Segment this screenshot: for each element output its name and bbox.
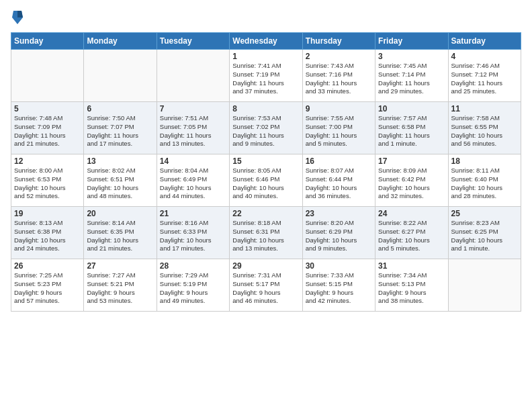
calendar-cell — [84, 50, 157, 102]
day-number: 28 — [160, 261, 226, 271]
calendar-cell: 27Sunrise: 7:27 AM Sunset: 5:21 PM Dayli… — [84, 259, 157, 312]
day-info: Sunrise: 7:58 AM Sunset: 6:55 PM Dayligh… — [451, 114, 518, 148]
calendar-cell: 16Sunrise: 8:07 AM Sunset: 6:44 PM Dayli… — [302, 154, 375, 207]
calendar-cell: 25Sunrise: 8:23 AM Sunset: 6:25 PM Dayli… — [448, 207, 521, 259]
calendar-table: SundayMondayTuesdayWednesdayThursdayFrid… — [11, 32, 521, 312]
day-info: Sunrise: 8:11 AM Sunset: 6:40 PM Dayligh… — [451, 167, 518, 201]
calendar-cell: 5Sunrise: 7:48 AM Sunset: 7:09 PM Daylig… — [11, 102, 84, 154]
calendar-cell: 17Sunrise: 8:09 AM Sunset: 6:42 PM Dayli… — [375, 154, 448, 207]
day-number: 22 — [232, 209, 299, 218]
day-number: 19 — [14, 209, 81, 218]
calendar-cell: 13Sunrise: 8:02 AM Sunset: 6:51 PM Dayli… — [84, 154, 157, 207]
day-header: Friday — [375, 33, 448, 50]
day-info: Sunrise: 7:57 AM Sunset: 6:58 PM Dayligh… — [378, 114, 445, 148]
day-number: 5 — [14, 104, 81, 113]
calendar-week-row: 26Sunrise: 7:25 AM Sunset: 5:23 PM Dayli… — [11, 259, 521, 312]
day-number: 30 — [306, 261, 372, 271]
calendar-cell: 14Sunrise: 8:04 AM Sunset: 6:49 PM Dayli… — [157, 154, 229, 207]
day-number: 25 — [451, 209, 518, 218]
day-header: Sunday — [11, 33, 84, 50]
day-info: Sunrise: 8:09 AM Sunset: 6:42 PM Dayligh… — [378, 167, 445, 201]
day-number: 29 — [232, 261, 299, 271]
logo-icon — [11, 8, 24, 27]
day-info: Sunrise: 7:46 AM Sunset: 7:12 PM Dayligh… — [451, 62, 518, 96]
day-info: Sunrise: 8:07 AM Sunset: 6:44 PM Dayligh… — [306, 167, 372, 201]
calendar-cell: 15Sunrise: 8:05 AM Sunset: 6:46 PM Dayli… — [230, 154, 302, 207]
calendar-cell: 28Sunrise: 7:29 AM Sunset: 5:19 PM Dayli… — [157, 259, 229, 312]
calendar-cell: 24Sunrise: 8:22 AM Sunset: 6:27 PM Dayli… — [375, 207, 448, 259]
calendar-cell: 21Sunrise: 8:16 AM Sunset: 6:33 PM Dayli… — [157, 207, 229, 259]
day-info: Sunrise: 7:51 AM Sunset: 7:05 PM Dayligh… — [160, 114, 226, 148]
day-info: Sunrise: 7:41 AM Sunset: 7:19 PM Dayligh… — [232, 62, 299, 96]
calendar-cell: 8Sunrise: 7:53 AM Sunset: 7:02 PM Daylig… — [230, 102, 302, 154]
day-info: Sunrise: 7:50 AM Sunset: 7:07 PM Dayligh… — [87, 114, 153, 148]
day-info: Sunrise: 8:00 AM Sunset: 6:53 PM Dayligh… — [14, 167, 81, 201]
calendar-cell: 11Sunrise: 7:58 AM Sunset: 6:55 PM Dayli… — [448, 102, 521, 154]
calendar-cell: 19Sunrise: 8:13 AM Sunset: 6:38 PM Dayli… — [11, 207, 84, 259]
calendar-page: SundayMondayTuesdayWednesdayThursdayFrid… — [0, 0, 532, 411]
day-info: Sunrise: 7:33 AM Sunset: 5:15 PM Dayligh… — [306, 271, 372, 306]
svg-marker-1 — [17, 11, 23, 17]
calendar-cell: 18Sunrise: 8:11 AM Sunset: 6:40 PM Dayli… — [448, 154, 521, 207]
day-info: Sunrise: 8:04 AM Sunset: 6:49 PM Dayligh… — [160, 167, 226, 201]
calendar-cell: 29Sunrise: 7:31 AM Sunset: 5:17 PM Dayli… — [230, 259, 302, 312]
calendar-week-row: 1Sunrise: 7:41 AM Sunset: 7:19 PM Daylig… — [11, 50, 521, 102]
day-info: Sunrise: 8:22 AM Sunset: 6:27 PM Dayligh… — [378, 219, 445, 253]
calendar-cell: 7Sunrise: 7:51 AM Sunset: 7:05 PM Daylig… — [157, 102, 229, 154]
day-number: 31 — [378, 261, 445, 271]
calendar-week-row: 19Sunrise: 8:13 AM Sunset: 6:38 PM Dayli… — [11, 207, 521, 259]
calendar-cell: 2Sunrise: 7:43 AM Sunset: 7:16 PM Daylig… — [302, 50, 375, 102]
day-header: Monday — [84, 33, 157, 50]
calendar-cell: 4Sunrise: 7:46 AM Sunset: 7:12 PM Daylig… — [448, 50, 521, 102]
day-info: Sunrise: 8:16 AM Sunset: 6:33 PM Dayligh… — [160, 219, 226, 253]
calendar-cell: 26Sunrise: 7:25 AM Sunset: 5:23 PM Dayli… — [11, 259, 84, 312]
day-info: Sunrise: 7:53 AM Sunset: 7:02 PM Dayligh… — [232, 114, 299, 148]
calendar-cell: 30Sunrise: 7:33 AM Sunset: 5:15 PM Dayli… — [302, 259, 375, 312]
calendar-header-row: SundayMondayTuesdayWednesdayThursdayFrid… — [11, 33, 521, 50]
day-number: 2 — [306, 52, 372, 61]
day-number: 4 — [451, 52, 518, 61]
day-header: Thursday — [302, 33, 375, 50]
calendar-cell: 9Sunrise: 7:55 AM Sunset: 7:00 PM Daylig… — [302, 102, 375, 154]
calendar-cell: 10Sunrise: 7:57 AM Sunset: 6:58 PM Dayli… — [375, 102, 448, 154]
day-number: 21 — [160, 209, 226, 218]
day-info: Sunrise: 8:14 AM Sunset: 6:35 PM Dayligh… — [87, 219, 153, 253]
calendar-cell — [157, 50, 229, 102]
day-info: Sunrise: 8:05 AM Sunset: 6:46 PM Dayligh… — [232, 167, 299, 201]
day-number: 1 — [232, 52, 299, 61]
day-number: 14 — [160, 156, 226, 166]
logo — [11, 8, 26, 27]
day-number: 20 — [87, 209, 153, 218]
day-number: 7 — [160, 104, 226, 113]
day-number: 13 — [87, 156, 153, 166]
calendar-cell: 31Sunrise: 7:34 AM Sunset: 5:13 PM Dayli… — [375, 259, 448, 312]
day-header: Saturday — [448, 33, 521, 50]
day-header: Wednesday — [230, 33, 302, 50]
day-number: 9 — [306, 104, 372, 113]
calendar-week-row: 12Sunrise: 8:00 AM Sunset: 6:53 PM Dayli… — [11, 154, 521, 207]
day-number: 12 — [14, 156, 81, 166]
calendar-cell: 6Sunrise: 7:50 AM Sunset: 7:07 PM Daylig… — [84, 102, 157, 154]
day-number: 17 — [378, 156, 445, 166]
calendar-cell: 23Sunrise: 8:20 AM Sunset: 6:29 PM Dayli… — [302, 207, 375, 259]
day-info: Sunrise: 8:23 AM Sunset: 6:25 PM Dayligh… — [451, 219, 518, 253]
day-number: 3 — [378, 52, 445, 61]
calendar-cell: 3Sunrise: 7:45 AM Sunset: 7:14 PM Daylig… — [375, 50, 448, 102]
day-info: Sunrise: 7:25 AM Sunset: 5:23 PM Dayligh… — [14, 271, 81, 306]
day-info: Sunrise: 8:20 AM Sunset: 6:29 PM Dayligh… — [306, 219, 372, 253]
day-number: 27 — [87, 261, 153, 271]
calendar-cell: 1Sunrise: 7:41 AM Sunset: 7:19 PM Daylig… — [230, 50, 302, 102]
calendar-cell — [448, 259, 521, 312]
header — [11, 8, 521, 27]
calendar-cell: 22Sunrise: 8:18 AM Sunset: 6:31 PM Dayli… — [230, 207, 302, 259]
day-number: 6 — [87, 104, 153, 113]
day-number: 23 — [306, 209, 372, 218]
day-number: 15 — [232, 156, 299, 166]
day-info: Sunrise: 7:45 AM Sunset: 7:14 PM Dayligh… — [378, 62, 445, 96]
calendar-cell: 20Sunrise: 8:14 AM Sunset: 6:35 PM Dayli… — [84, 207, 157, 259]
day-header: Tuesday — [157, 33, 229, 50]
day-number: 10 — [378, 104, 445, 113]
day-info: Sunrise: 7:48 AM Sunset: 7:09 PM Dayligh… — [14, 114, 81, 148]
calendar-week-row: 5Sunrise: 7:48 AM Sunset: 7:09 PM Daylig… — [11, 102, 521, 154]
day-info: Sunrise: 7:55 AM Sunset: 7:00 PM Dayligh… — [306, 114, 372, 148]
